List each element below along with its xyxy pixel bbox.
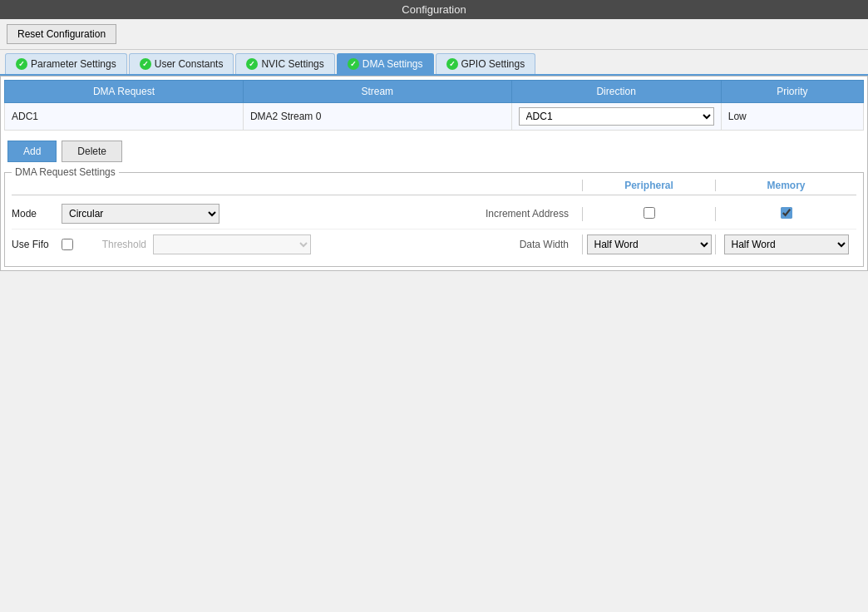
- dma-table: DMA Request Stream Direction Priority AD…: [4, 80, 864, 131]
- tab-dma[interactable]: ✓ DMA Settings: [337, 53, 434, 74]
- gpio-check-icon: ✓: [446, 58, 458, 70]
- tab-gpio[interactable]: ✓ GPIO Settings: [436, 53, 536, 74]
- main-content: DMA Request Stream Direction Priority AD…: [0, 76, 868, 271]
- tab-param-label: Parameter Settings: [31, 58, 116, 70]
- tab-gpio-label: GPIO Settings: [461, 58, 525, 70]
- mode-select[interactable]: Circular Normal: [62, 204, 219, 224]
- cell-stream: DMA2 Stream 0: [243, 103, 511, 131]
- title-bar: Configuration: [0, 0, 868, 19]
- tab-dma-label: DMA Settings: [362, 58, 423, 70]
- delete-button[interactable]: Delete: [62, 141, 122, 162]
- dma-check-icon: ✓: [348, 58, 359, 70]
- direction-select[interactable]: ADC1: [519, 107, 714, 126]
- tabs-bar: ✓ Parameter Settings ✓ User Constants ✓ …: [0, 50, 868, 76]
- toolbar: Reset Configuration: [0, 19, 868, 50]
- col-direction: Direction: [511, 81, 721, 103]
- param-check-icon: ✓: [16, 58, 27, 70]
- col-dma-request: DMA Request: [5, 81, 244, 103]
- mode-label: Mode: [12, 208, 62, 220]
- table-row: ADC1 DMA2 Stream 0 ADC1 Low: [5, 103, 864, 131]
- peripheral-increment-checkbox[interactable]: [644, 207, 655, 219]
- tab-param[interactable]: ✓ Parameter Settings: [5, 53, 127, 74]
- tab-nvic-label: NVIC Settings: [261, 58, 323, 70]
- dma-settings-section: DMA Request Settings Peripheral Memory M…: [4, 172, 864, 267]
- title-label: Configuration: [402, 3, 466, 16]
- cell-request: ADC1: [5, 103, 244, 131]
- threshold-select[interactable]: 1/4 1/2 3/4 Full: [153, 234, 311, 254]
- peripheral-header: Peripheral: [582, 180, 715, 191]
- reset-config-button[interactable]: Reset Configuration: [7, 24, 116, 44]
- data-width-label: Data Width: [311, 239, 582, 250]
- memory-data-width-select[interactable]: Half Word Byte Word: [724, 234, 849, 254]
- dma-table-container: DMA Request Stream Direction Priority AD…: [1, 76, 867, 134]
- cell-direction[interactable]: ADC1: [511, 103, 721, 131]
- nvic-check-icon: ✓: [246, 58, 258, 70]
- peripheral-data-width-select[interactable]: Half Word Byte Word: [587, 234, 712, 254]
- cell-priority: Low: [721, 103, 863, 131]
- tab-nvic[interactable]: ✓ NVIC Settings: [235, 53, 334, 74]
- add-button[interactable]: Add: [7, 141, 57, 162]
- memory-increment-checkbox[interactable]: [781, 207, 792, 219]
- memory-header: Memory: [715, 180, 856, 191]
- use-fifo-checkbox[interactable]: [62, 239, 73, 250]
- settings-legend: DMA Request Settings: [12, 166, 119, 178]
- user-check-icon: ✓: [140, 58, 151, 70]
- tab-user[interactable]: ✓ User Constants: [129, 53, 234, 74]
- increment-address-label: Increment Address: [228, 208, 582, 220]
- use-fifo-label: Use Fifo: [12, 239, 62, 250]
- col-priority: Priority: [721, 81, 863, 103]
- action-row: Add Delete: [1, 134, 867, 169]
- tab-user-label: User Constants: [155, 58, 224, 70]
- col-stream: Stream: [243, 81, 511, 103]
- threshold-label: Threshold: [86, 239, 153, 250]
